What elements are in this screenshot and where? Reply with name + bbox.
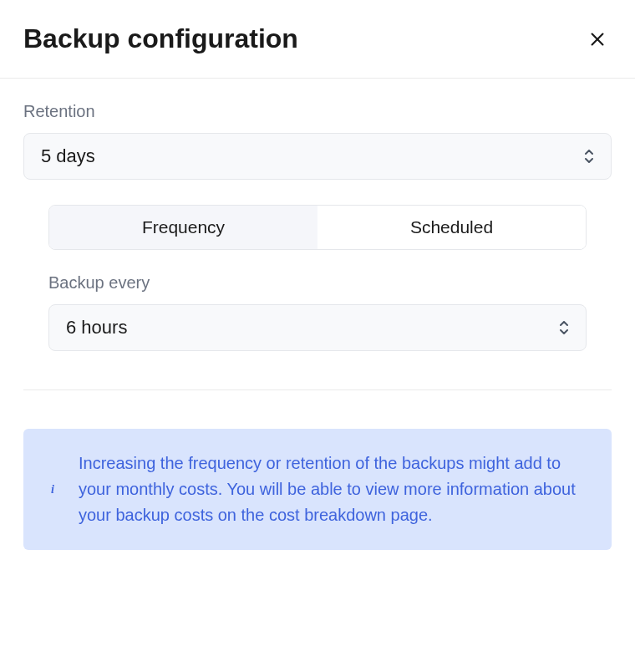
close-icon — [588, 30, 607, 48]
info-text: Increasing the frequency or retention of… — [79, 451, 590, 528]
chevrons-up-down-icon — [559, 321, 569, 334]
info-callout: i Increasing the frequency or retention … — [23, 429, 612, 550]
section-divider — [23, 389, 612, 390]
info-icon: i — [45, 483, 60, 496]
tab-scheduled[interactable]: Scheduled — [318, 206, 586, 249]
tab-frequency[interactable]: Frequency — [49, 206, 318, 249]
close-button[interactable] — [583, 25, 612, 53]
dialog-header: Backup configuration — [0, 0, 635, 79]
dialog-content: Retention 5 days Frequency Scheduled Bac… — [0, 79, 635, 573]
frequency-section: Frequency Scheduled Backup every 6 hours — [23, 180, 612, 351]
backup-every-select[interactable]: 6 hours — [48, 304, 587, 351]
page-title: Backup configuration — [23, 23, 298, 54]
retention-value: 5 days — [41, 145, 95, 167]
backup-every-value: 6 hours — [66, 317, 127, 339]
schedule-mode-tabs: Frequency Scheduled — [48, 205, 587, 250]
chevrons-up-down-icon — [584, 150, 594, 163]
retention-label: Retention — [23, 102, 612, 121]
retention-select[interactable]: 5 days — [23, 133, 612, 180]
backup-every-label: Backup every — [48, 273, 587, 293]
